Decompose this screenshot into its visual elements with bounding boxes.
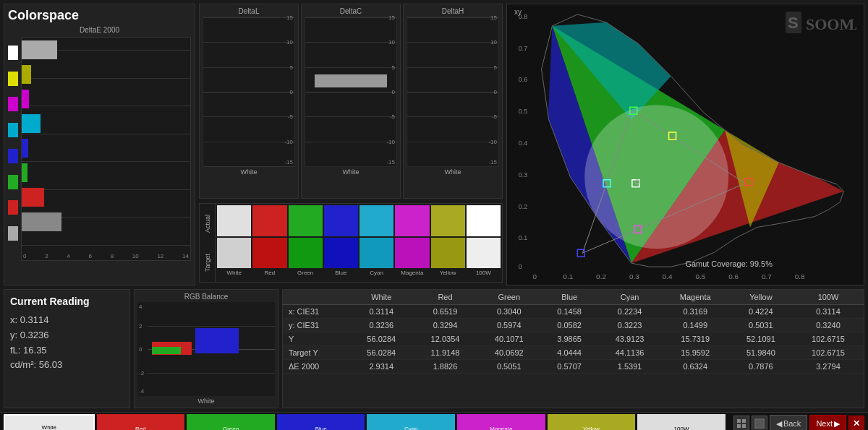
col-header-green: Green — [477, 290, 541, 305]
target-label: Target — [200, 243, 215, 282]
bar-yellow — [22, 65, 31, 84]
bar-cyan — [22, 114, 41, 133]
cell-2-3: 3.9865 — [541, 332, 598, 346]
svg-text:0.4: 0.4 — [663, 272, 673, 280]
swatch-label-cyan: Cyan — [359, 270, 393, 281]
bar-white — [22, 40, 57, 59]
swatch-label-100w: 100W — [467, 270, 501, 281]
swatch-btn-yellow[interactable]: Yellow — [548, 414, 636, 430]
cell-4-4: 1.5391 — [597, 360, 661, 374]
actual-cyan — [359, 205, 393, 236]
grid-button[interactable] — [752, 416, 767, 430]
target-green — [289, 238, 323, 269]
cell-1-4: 0.3223 — [597, 319, 661, 332]
gamut-coverage-text: Gamut Coverage: 99.5% — [686, 259, 773, 268]
delta-charts-row: DeltaL 15 10 5 0 — [199, 4, 503, 199]
swatch-btn-100w[interactable]: 100W — [637, 414, 726, 430]
xy-label: xy — [514, 8, 522, 16]
next-button[interactable]: Next ▶ — [809, 415, 846, 430]
cell-2-2: 40.1071 — [477, 332, 541, 346]
rgb-chart: 4 2 0 -2 -4 — [137, 302, 275, 396]
rgb-white-label: White — [137, 397, 275, 405]
deltae-label: DeltaE 2000 — [8, 26, 191, 34]
back-label: Back — [783, 419, 801, 428]
swatch-btn-green[interactable]: Green — [187, 414, 275, 430]
col-header-blue: Blue — [541, 290, 598, 305]
main-container: Colorspace DeltaE 2000 — [0, 0, 868, 430]
next-label: Next — [816, 419, 833, 428]
table-header-row: White Red Green Blue Cyan Magenta Yellow… — [283, 290, 864, 305]
delta-l-white: White — [203, 168, 295, 176]
rgb-blue-bar — [195, 328, 239, 353]
svg-text:0.1: 0.1 — [563, 272, 573, 280]
svg-text:S: S — [788, 14, 799, 32]
cell-1-0: 0.3236 — [349, 319, 413, 332]
delta-c-title: DeltaC — [305, 7, 397, 15]
cell-4-7: 3.2794 — [793, 360, 864, 374]
cell-4-6: 0.7876 — [729, 360, 793, 374]
cell-4-5: 0.6324 — [662, 360, 729, 374]
svg-text:0.2: 0.2 — [596, 272, 606, 280]
reading-cdm2: cd/m²: 56.03 — [10, 358, 124, 373]
actual-red — [252, 205, 286, 236]
cell-3-6: 51.9840 — [729, 346, 793, 360]
back-arrow-icon: ◀ — [776, 419, 782, 429]
rgb-balance-panel: RGB Balance 4 2 0 -2 -4 White — [134, 289, 278, 408]
cell-0-6: 0.4224 — [729, 305, 793, 319]
cell-0-5: 0.3169 — [662, 305, 729, 319]
cell-1-7: 0.3240 — [793, 319, 864, 332]
table-row: Target Y56.028411.914840.06924.044444.11… — [283, 346, 864, 360]
cell-1-5: 0.1499 — [662, 319, 729, 332]
swatch-btn-magenta[interactable]: Magenta — [457, 414, 545, 430]
back-button[interactable]: ◀ Back — [770, 415, 807, 430]
settings-button[interactable] — [733, 416, 749, 430]
cell-3-3: 4.0444 — [541, 346, 598, 360]
actual-100w — [467, 205, 501, 236]
bottom-bar: White Red Green Blue Cyan Magenta Yellow… — [0, 412, 868, 430]
svg-rect-31 — [737, 419, 741, 423]
cell-2-7: 102.6715 — [793, 332, 864, 346]
cell-3-1: 11.9148 — [413, 346, 477, 360]
next-arrow-icon: ▶ — [834, 419, 840, 429]
reading-y: y: 0.3236 — [10, 328, 124, 343]
cell-3-0: 56.0284 — [349, 346, 413, 360]
reading-x: x: 0.3114 — [10, 313, 124, 328]
swatch-btn-blue[interactable]: Blue — [277, 414, 365, 430]
cell-0-1: 0.6519 — [413, 305, 477, 319]
colorspace-title: Colorspace — [8, 8, 191, 23]
cell-1-3: 0.0582 — [541, 319, 598, 332]
cie-panel: 0.8 0.7 0.6 0.5 0.4 0.3 0.2 0.1 0 0 0.1 … — [506, 4, 864, 285]
target-yellow — [431, 238, 465, 269]
row-label-2: Y — [283, 332, 349, 346]
reading-fl: fL: 16.35 — [10, 343, 124, 358]
cell-1-1: 0.3294 — [413, 319, 477, 332]
swatch-btn-red[interactable]: Red — [97, 414, 185, 430]
swatch-cyan — [8, 123, 18, 137]
delta-h-white: White — [407, 168, 499, 176]
col-header-100w: 100W — [793, 290, 864, 305]
svg-text:0.5: 0.5 — [695, 272, 705, 280]
col-header-yellow: Yellow — [729, 290, 793, 305]
cell-0-2: 0.3040 — [477, 305, 541, 319]
swatch-white — [8, 46, 18, 60]
row-label-4: ΔE 2000 — [283, 360, 349, 374]
cell-0-7: 0.3114 — [793, 305, 864, 319]
svg-rect-32 — [742, 419, 746, 423]
swatch-btn-cyan[interactable]: Cyan — [367, 414, 455, 430]
cell-1-6: 0.5031 — [729, 319, 793, 332]
cell-2-1: 12.0354 — [413, 332, 477, 346]
left-panel: Colorspace DeltaE 2000 — [4, 4, 195, 285]
cell-2-6: 52.1091 — [729, 332, 793, 346]
current-reading-panel: Current Reading x: 0.3114 y: 0.3236 fL: … — [4, 289, 130, 408]
swatch-btn-white[interactable]: White — [4, 414, 95, 430]
table-body: x: CIE310.31140.65190.30400.14580.22340.… — [283, 305, 864, 374]
bottom-section: Current Reading x: 0.3114 y: 0.3236 fL: … — [0, 289, 868, 412]
actual-yellow — [431, 205, 465, 236]
close-button[interactable]: ✕ — [848, 416, 864, 430]
col-header-red: Red — [413, 290, 477, 305]
actual-green — [289, 205, 323, 236]
col-header-cyan: Cyan — [597, 290, 661, 305]
swatch-label-green: Green — [289, 270, 323, 281]
svg-point-25 — [584, 105, 728, 249]
watermark: SOOMAL S — [784, 8, 856, 38]
